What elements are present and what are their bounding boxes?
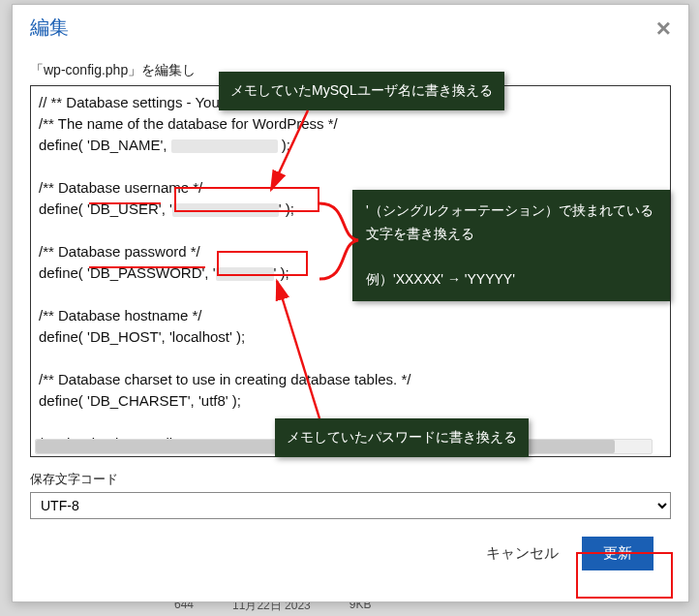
annotation-user-note: メモしていたMySQLユーザ名に書き換える <box>219 72 504 110</box>
encoding-select[interactable]: UTF-8 <box>30 492 671 519</box>
modal-header: 編集 × <box>13 5 688 48</box>
close-icon[interactable]: × <box>656 15 671 41</box>
cancel-button[interactable]: キャンセル <box>486 544 559 563</box>
annotation-quote-note: '（シングルクォーテーション）で挟まれている文字を書き換える 例）'XXXXX'… <box>352 190 670 301</box>
encoding-label: 保存文字コード <box>30 471 671 488</box>
annotation-pass-note: メモしていたパスワードに書き換える <box>275 418 529 457</box>
modal-footer: キャンセル 更新 <box>30 519 671 570</box>
modal-title: 編集 <box>30 15 69 41</box>
update-button[interactable]: 更新 <box>582 537 653 570</box>
